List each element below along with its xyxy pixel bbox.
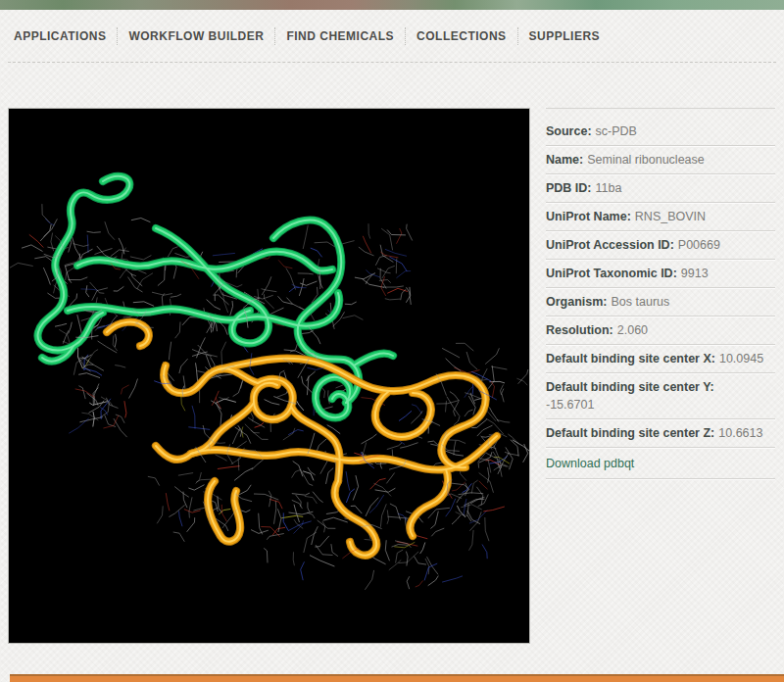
detail-label: PDB ID:: [546, 181, 592, 195]
detail-value: P00669: [678, 238, 720, 252]
detail-value: 2.060: [617, 323, 648, 337]
detail-label: UniProt Taxonomic ID:: [546, 267, 677, 280]
header-banner-image: [0, 0, 784, 10]
detail-label: Default binding site center Z:: [546, 426, 714, 440]
detail-row: PDB ID:11ba: [546, 174, 775, 203]
detail-row: Source:sc-PDB: [546, 109, 775, 146]
detail-row: Default binding site center X:10.0945: [546, 345, 775, 373]
detail-label: Resolution:: [546, 323, 613, 337]
detail-value: 10.6613: [718, 426, 762, 440]
detail-value: -15.6701: [546, 396, 775, 414]
detail-label: Name:: [546, 153, 583, 167]
detail-row: Resolution:2.060: [546, 317, 775, 345]
download-pdbqt-link[interactable]: Download pdbqt: [546, 457, 634, 470]
footer-accent-bar: [10, 674, 784, 682]
structure-details-panel: Source:sc-PDB Name:Seminal ribonuclease …: [546, 108, 775, 479]
nav-item-workflow-builder[interactable]: WORKFLOW BUILDER: [117, 27, 274, 45]
detail-value: RNS_BOVIN: [635, 210, 706, 223]
detail-label: Default binding site center Y:: [546, 380, 714, 394]
main-navigation: APPLICATIONS WORKFLOW BUILDER FIND CHEMI…: [0, 10, 784, 62]
nav-item-collections[interactable]: COLLECTIONS: [405, 27, 517, 45]
nav-item-suppliers[interactable]: SUPPLIERS: [517, 27, 612, 45]
detail-label: Default binding site center X:: [546, 352, 715, 365]
detail-value: 10.0945: [719, 352, 763, 365]
detail-value: Bos taurus: [612, 295, 670, 309]
page: APPLICATIONS WORKFLOW BUILDER FIND CHEMI…: [0, 0, 784, 682]
detail-value: 11ba: [596, 181, 622, 195]
detail-row: UniProt Name:RNS_BOVIN: [546, 203, 775, 231]
detail-value: 9913: [681, 267, 709, 280]
detail-row: Default binding site center Z:10.6613: [546, 419, 775, 448]
protein-viewer[interactable]: [8, 108, 530, 644]
detail-label: Organism:: [546, 295, 608, 309]
detail-value: Seminal ribonuclease: [587, 153, 705, 167]
detail-label: Source:: [546, 124, 592, 138]
detail-row: UniProt Taxonomic ID:9913: [546, 260, 775, 288]
detail-value: sc-PDB: [596, 124, 637, 138]
nav-divider: [8, 62, 776, 63]
nav-item-find-chemicals[interactable]: FIND CHEMICALS: [274, 27, 405, 45]
detail-row: UniProt Accession ID:P00669: [546, 231, 775, 260]
detail-label: UniProt Name:: [546, 210, 631, 223]
chain-b-ribbon: [107, 322, 497, 556]
download-row: Download pdbqt: [546, 448, 775, 479]
protein-viewer-canvas[interactable]: [9, 109, 529, 643]
detail-row: Organism:Bos taurus: [546, 288, 775, 317]
detail-row: Name:Seminal ribonuclease: [546, 146, 775, 174]
nav-item-applications[interactable]: APPLICATIONS: [14, 27, 117, 45]
detail-row: Default binding site center Y:-15.6701: [546, 373, 775, 419]
detail-label: UniProt Accession ID:: [546, 238, 674, 252]
